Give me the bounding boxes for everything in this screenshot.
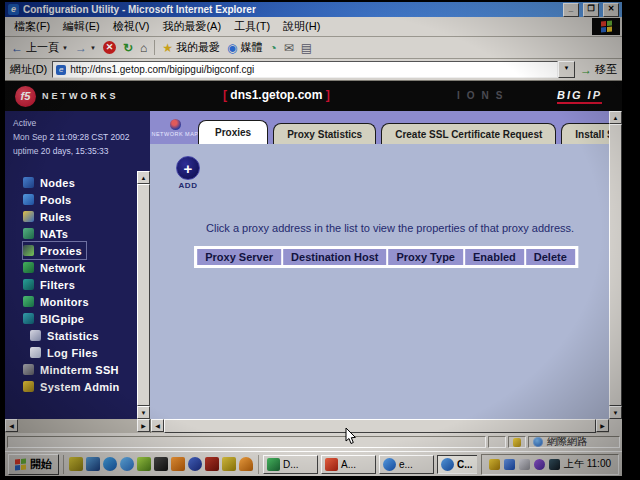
sidebar-item-nats[interactable]: NATs [23, 225, 72, 242]
menu-file[interactable]: 檔案(F) [14, 19, 50, 34]
refresh-button[interactable]: ↻ [123, 42, 133, 54]
scroll-up-icon[interactable]: ▲ [137, 171, 150, 184]
tab-proxy-statistics[interactable]: Proxy Statistics [273, 123, 376, 144]
start-label: 開始 [30, 457, 52, 472]
sidebar-item-system-admin[interactable]: System Admin [23, 378, 124, 395]
menu-tools[interactable]: 工具(T) [234, 19, 270, 34]
quicklaunch-icon[interactable] [120, 457, 134, 471]
menu-help[interactable]: 說明(H) [283, 19, 320, 34]
add-proxy-button[interactable]: + ADD [168, 156, 208, 190]
sidebar-scrollbar[interactable]: ▲ ▼ [137, 171, 150, 419]
quicklaunch-icon[interactable] [137, 457, 151, 471]
sidebar-item-network[interactable]: Network [23, 259, 90, 276]
back-icon: ← [11, 42, 23, 54]
scroll-right-icon[interactable]: ▶ [137, 419, 150, 432]
back-button[interactable]: ← 上一頁 ▼ [11, 40, 68, 55]
main-hscrollbar[interactable]: ◀ ▶ [151, 419, 622, 433]
network-icon [23, 262, 34, 273]
menu-edit[interactable]: 編輯(E) [63, 19, 100, 34]
sidebar-item-monitors[interactable]: Monitors [23, 293, 93, 310]
tray-icon[interactable] [489, 459, 500, 470]
tray-icon[interactable] [504, 459, 515, 470]
scroll-down-icon[interactable]: ▼ [609, 406, 622, 419]
go-button[interactable]: → 移至 [580, 62, 617, 77]
task-button-1[interactable]: D... [263, 455, 318, 474]
menu-favorites[interactable]: 我的最愛(A) [162, 19, 221, 34]
scroll-track[interactable] [18, 419, 137, 433]
window-title: Configuration Utility - Microsoft Intern… [23, 4, 559, 15]
scroll-left-icon[interactable]: ◀ [5, 419, 18, 432]
close-button[interactable]: ✕ [603, 3, 619, 17]
add-icon: + [176, 156, 200, 180]
home-button[interactable]: ⌂ [140, 42, 147, 54]
sidebar-item-log-files[interactable]: Log Files [30, 344, 102, 361]
tray-icon[interactable] [519, 459, 530, 470]
toolbar-separator [154, 40, 155, 55]
sidebar-item-proxies[interactable]: Proxies [23, 242, 86, 259]
quicklaunch-icon[interactable] [86, 457, 100, 471]
main-scrollbar[interactable]: ▲ ▼ [609, 111, 622, 419]
go-icon: → [580, 63, 592, 77]
tray-icon[interactable] [549, 459, 560, 470]
quicklaunch-icon[interactable] [188, 457, 202, 471]
start-button[interactable]: 開始 [8, 454, 59, 475]
network-map-label: NETWORK MAP [151, 131, 198, 137]
taskbar: 開始 D... A... e... C... M... [5, 451, 622, 476]
sidebar-item-filters[interactable]: Filters [23, 276, 79, 293]
scroll-thumb[interactable] [164, 419, 596, 433]
scroll-right-icon[interactable]: ▶ [596, 419, 609, 432]
device-hostname: [ dns1.getop.com ] [223, 88, 330, 102]
network-map-button[interactable]: NETWORK MAP [152, 111, 198, 144]
menu-view[interactable]: 檢視(V) [113, 19, 150, 34]
mail-button[interactable]: ✉ [284, 42, 294, 54]
history-button[interactable]: ◔ [269, 42, 276, 54]
address-dropdown-button[interactable]: ▼ [558, 61, 575, 78]
favorites-button[interactable]: ★ 我的最愛 [162, 40, 220, 55]
stop-button[interactable]: ✕ [103, 41, 116, 54]
scroll-thumb[interactable] [609, 124, 622, 406]
quicklaunch-icon[interactable] [69, 457, 83, 471]
internet-zone-icon [533, 437, 543, 447]
forward-button[interactable]: → ▼ [75, 42, 96, 54]
home-icon: ⌂ [140, 42, 147, 54]
quicklaunch-icon[interactable] [103, 457, 117, 471]
task-button-4-active[interactable]: C... [437, 455, 477, 474]
quicklaunch-icon[interactable] [239, 457, 253, 471]
quicklaunch-icon[interactable] [205, 457, 219, 471]
print-button[interactable]: ▤ [301, 42, 312, 54]
address-label: 網址(D) [10, 62, 47, 77]
scroll-thumb[interactable] [137, 184, 150, 406]
proxy-table-header-row: Proxy Server Destination Host Proxy Type… [197, 249, 575, 265]
address-input[interactable]: e http://dns1.getop.com/bigipgui/bigconf… [52, 61, 558, 78]
tab-proxies[interactable]: Proxies [198, 120, 268, 144]
scroll-up-icon[interactable]: ▲ [609, 111, 622, 124]
monitors-icon [23, 296, 34, 307]
sidebar-item-rules[interactable]: Rules [23, 208, 75, 225]
task-button-2[interactable]: A... [321, 455, 376, 474]
go-label: 移至 [595, 62, 617, 77]
sidebar-item-pools[interactable]: Pools [23, 191, 75, 208]
clock: 上午 11:00 [564, 457, 611, 471]
sidebar-item-statistics[interactable]: Statistics [30, 327, 103, 344]
minimize-button[interactable]: _ [563, 3, 579, 17]
quicklaunch-icon[interactable] [171, 457, 185, 471]
scroll-left-icon[interactable]: ◀ [151, 419, 164, 432]
tab-create-ssl-certificate-request[interactable]: Create SSL Certificate Request [381, 123, 556, 144]
sidebar-item-nodes[interactable]: Nodes [23, 174, 79, 191]
proxies-content: + ADD Click a proxy address in the list … [150, 144, 622, 419]
sidebar-hscrollbar[interactable]: ◀ ▶ [5, 419, 151, 433]
sidebar-item-mindterm-ssh[interactable]: Mindterm SSH [23, 361, 123, 378]
maximize-button[interactable]: ❐ [583, 3, 599, 17]
col-proxy-type: Proxy Type [388, 249, 463, 265]
status-state: Active [13, 116, 142, 130]
quicklaunch-icon[interactable] [154, 457, 168, 471]
scroll-down-icon[interactable]: ▼ [137, 406, 150, 419]
media-button[interactable]: ◉ 媒體 [227, 40, 262, 55]
quicklaunch-icon[interactable] [222, 457, 236, 471]
sidebar-item-bigpipe[interactable]: BIGpipe [23, 310, 88, 327]
browser-viewport: f5 NETWORKS [ dns1.getop.com ] IONS BIG … [5, 81, 622, 433]
log-files-icon [30, 347, 41, 358]
zone-label: 網際網路 [547, 435, 587, 449]
tray-icon[interactable] [534, 459, 545, 470]
task-button-3[interactable]: e... [379, 455, 434, 474]
